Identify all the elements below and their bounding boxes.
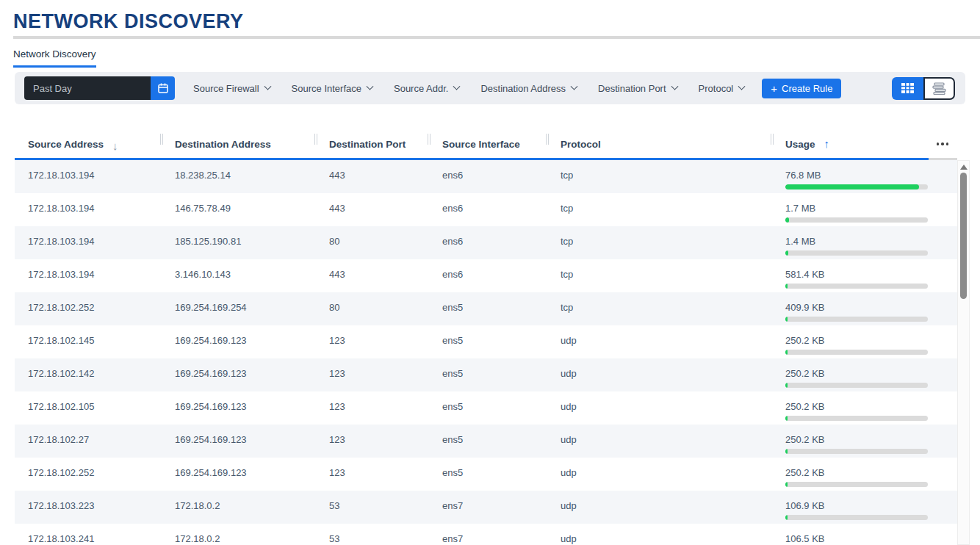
filter-protocol[interactable]: Protocol (699, 83, 745, 94)
destination-address-cell: 18.238.25.14 (162, 170, 316, 193)
filter-source-interface[interactable]: Source Interface (292, 83, 372, 94)
usage-value: 250.2 KB (785, 434, 957, 445)
column-options-button[interactable] (937, 142, 949, 145)
column-resize-handle[interactable] (428, 134, 430, 145)
filter-destination-port[interactable]: Destination Port (598, 83, 677, 94)
view-toggle (892, 77, 955, 100)
destination-address-cell: 172.18.0.2 (162, 533, 316, 545)
protocol-cell: tcp (547, 170, 772, 193)
usage-value: 409.9 KB (785, 302, 957, 313)
scroll-up-arrow-icon[interactable] (960, 165, 968, 170)
usage-cell: 250.2 KB (772, 467, 957, 491)
usage-cell: 250.2 KB (772, 335, 957, 358)
table-row[interactable]: 172.18.103.194 146.75.78.49 443 ens6 tcp… (15, 193, 957, 226)
table-body: 172.18.103.194 18.238.25.14 443 ens6 tcp… (15, 160, 957, 545)
column-resize-handle[interactable] (160, 134, 163, 145)
table-row[interactable]: 172.18.103.194 18.238.25.14 443 ens6 tcp… (15, 160, 957, 193)
source-interface-cell: ens5 (429, 302, 547, 325)
destination-address-cell: 169.254.169.123 (162, 401, 316, 425)
usage-cell: 250.2 KB (772, 434, 957, 458)
protocol-cell: udp (547, 434, 772, 458)
column-header-usage[interactable]: Usage ↑ (772, 131, 957, 158)
column-header-destination-address[interactable]: Destination Address (162, 131, 316, 158)
source-interface-cell: ens6 (429, 170, 547, 193)
table-row[interactable]: 172.18.103.194 3.146.10.143 443 ens6 tcp… (15, 259, 957, 292)
source-address-cell: 172.18.102.252 (15, 467, 162, 491)
source-address-cell: 172.18.103.194 (15, 170, 162, 193)
table-row[interactable]: 172.18.103.223 172.18.0.2 53 ens7 udp 10… (15, 491, 957, 524)
create-rule-button[interactable]: + Create Rule (762, 79, 841, 98)
usage-cell: 581.4 KB (772, 269, 957, 292)
table-row[interactable]: 172.18.103.241 172.18.0.2 53 ens7 udp 10… (15, 524, 957, 545)
source-interface-cell: ens6 (429, 203, 547, 226)
table-row[interactable]: 172.18.102.105 169.254.169.123 123 ens5 … (15, 391, 957, 425)
table-view-button[interactable] (892, 77, 923, 100)
column-header-source-interface[interactable]: Source Interface (429, 131, 547, 158)
usage-bar (785, 482, 928, 487)
scrollbar-thumb[interactable] (960, 173, 967, 299)
table-row[interactable]: 172.18.103.194 185.125.190.81 80 ens6 tc… (15, 226, 957, 259)
filter-label: Source Addr. (394, 83, 448, 94)
source-address-cell: 172.18.103.194 (15, 269, 162, 292)
table-grid-icon (901, 82, 915, 94)
column-resize-handle[interactable] (314, 134, 317, 145)
tab-network-discovery[interactable]: Network Discovery (13, 47, 96, 68)
column-label: Usage (785, 139, 815, 150)
destination-address-cell: 185.125.190.81 (162, 236, 316, 259)
source-address-cell: 172.18.102.27 (15, 434, 162, 458)
usage-bar-fill (785, 383, 788, 388)
table-row[interactable]: 172.18.102.252 169.254.169.123 123 ens5 … (15, 458, 957, 491)
destination-port-cell: 123 (316, 401, 429, 425)
source-address-cell: 172.18.103.194 (15, 203, 162, 226)
tab-bar: Network Discovery (13, 47, 96, 68)
destination-port-cell: 123 (316, 434, 429, 458)
column-header-destination-port[interactable]: Destination Port (316, 131, 429, 158)
source-interface-cell: ens7 (429, 533, 547, 545)
usage-bar-fill (785, 350, 788, 355)
flow-view-button[interactable] (923, 77, 955, 100)
destination-port-cell: 123 (316, 335, 429, 358)
usage-bar (785, 350, 928, 355)
usage-cell: 1.7 MB (772, 203, 957, 226)
header-divider (15, 158, 957, 160)
usage-value: 1.4 MB (785, 236, 957, 247)
table-row[interactable]: 172.18.102.145 169.254.169.123 123 ens5 … (15, 325, 957, 358)
filter-source-firewall[interactable]: Source Firewall (193, 83, 270, 94)
source-interface-cell: ens6 (429, 269, 547, 292)
usage-value: 250.2 KB (785, 335, 957, 346)
date-range-input[interactable]: Past Day (24, 76, 151, 100)
filter-destination-address[interactable]: Destination Address (480, 83, 577, 94)
date-range-picker[interactable]: Past Day (24, 76, 175, 100)
protocol-cell: udp (547, 533, 772, 545)
chevron-down-icon (571, 82, 578, 90)
column-header-protocol[interactable]: Protocol (547, 131, 772, 158)
column-resize-handle[interactable] (771, 134, 774, 145)
vertical-scrollbar[interactable] (957, 160, 970, 545)
destination-port-cell: 80 (316, 236, 429, 259)
destination-address-cell: 169.254.169.254 (162, 302, 316, 325)
ellipsis-icon (937, 142, 940, 145)
usage-cell: 106.9 KB (772, 500, 957, 524)
filter-source-addr[interactable]: Source Addr. (394, 83, 459, 94)
sort-desc-icon: ↓ (112, 140, 118, 152)
protocol-cell: udp (547, 368, 772, 391)
table-row[interactable]: 172.18.102.142 169.254.169.123 123 ens5 … (15, 358, 957, 391)
protocol-cell: udp (547, 467, 772, 491)
destination-port-cell: 80 (316, 302, 429, 325)
tab-label: Network Discovery (13, 48, 96, 59)
page-title: NETWORK DISCOVERY (13, 10, 244, 33)
table-row[interactable]: 172.18.102.27 169.254.169.123 123 ens5 u… (15, 425, 957, 458)
destination-address-cell: 172.18.0.2 (162, 500, 316, 524)
filter-label: Source Firewall (193, 83, 259, 94)
calendar-button[interactable] (151, 76, 175, 100)
column-resize-handle[interactable] (546, 134, 549, 145)
column-header-source-address[interactable]: Source Address ↓ (15, 131, 162, 158)
usage-bar-fill (785, 482, 788, 487)
table-row[interactable]: 172.18.102.252 169.254.169.254 80 ens5 t… (15, 292, 957, 325)
destination-port-cell: 443 (316, 269, 429, 292)
usage-cell: 106.5 KB (772, 533, 957, 545)
usage-value: 76.8 MB (785, 170, 957, 181)
usage-value: 581.4 KB (785, 269, 957, 280)
usage-cell: 250.2 KB (772, 368, 957, 391)
network-discovery-page: NETWORK DISCOVERY Network Discovery Past… (0, 0, 980, 545)
